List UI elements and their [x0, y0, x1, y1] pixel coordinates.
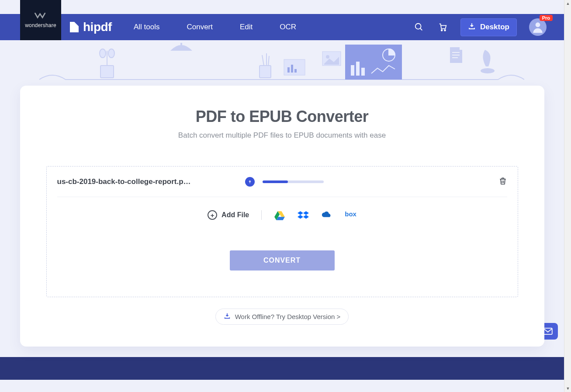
svg-rect-9: [180, 43, 182, 45]
svg-line-13: [268, 56, 269, 66]
desktop-label: Desktop: [480, 23, 509, 31]
svg-point-0: [415, 24, 421, 29]
svg-point-4: [536, 22, 540, 27]
onedrive-icon[interactable]: [321, 210, 332, 220]
wondershare-glyph-icon: [35, 12, 47, 20]
nav-ocr[interactable]: OCR: [280, 23, 296, 31]
dropzone[interactable]: us-cb-2019-back-to-college-report.p… + A…: [46, 166, 518, 297]
svg-point-8: [108, 49, 114, 58]
svg-rect-15: [287, 67, 290, 73]
svg-rect-23: [356, 62, 359, 75]
google-drive-icon[interactable]: [274, 210, 285, 220]
search-icon[interactable]: [413, 21, 425, 33]
page-title: PDF to EPUB Converter: [46, 108, 518, 126]
svg-rect-40: [543, 328, 552, 334]
wondershare-logo-box[interactable]: wondershare: [20, 0, 61, 40]
file-row: us-cb-2019-back-to-college-report.p…: [57, 167, 507, 197]
plus-circle-icon: +: [208, 210, 217, 220]
main-nav: All tools Convert Edit OCR: [134, 23, 296, 31]
svg-line-1: [420, 28, 422, 31]
upload-progress-fill: [263, 180, 288, 183]
source-row: + Add File box: [57, 210, 507, 220]
svg-rect-24: [362, 68, 364, 75]
svg-point-19: [326, 55, 329, 59]
svg-rect-5: [100, 66, 114, 78]
nav-all-tools[interactable]: All tools: [134, 23, 160, 31]
wondershare-text: wondershare: [25, 22, 56, 28]
svg-marker-36: [298, 211, 303, 215]
hero-decoration: [0, 40, 564, 84]
offline-label: Work Offline? Try Desktop Version >: [235, 313, 341, 320]
svg-rect-10: [260, 66, 271, 78]
svg-rect-16: [291, 65, 293, 73]
box-icon[interactable]: box: [345, 210, 356, 220]
upload-indicator: [245, 177, 324, 187]
svg-point-7: [100, 49, 106, 58]
svg-marker-38: [298, 215, 303, 219]
file-name: us-cb-2019-back-to-college-report.p…: [57, 177, 223, 186]
svg-rect-14: [284, 59, 305, 75]
convert-button[interactable]: CONVERT: [230, 250, 335, 271]
dropbox-icon[interactable]: [298, 210, 309, 220]
page-subtitle: Batch convert multiple PDF files to EPUB…: [46, 131, 518, 140]
svg-line-11: [262, 55, 264, 66]
pro-badge: Pro: [540, 15, 553, 21]
nav-edit[interactable]: Edit: [240, 23, 253, 31]
svg-rect-22: [351, 66, 354, 75]
svg-marker-39: [303, 215, 309, 219]
main-header: hipdf All tools Convert Edit OCR Desktop…: [0, 14, 564, 40]
avatar-icon: [529, 18, 547, 36]
upload-arrow-icon: [245, 177, 255, 187]
download-icon: [468, 22, 476, 32]
upload-progress: [263, 180, 324, 183]
nav-convert[interactable]: Convert: [187, 23, 213, 31]
svg-rect-26: [460, 47, 462, 50]
footer-band: [0, 357, 564, 380]
converter-card: PDF to EPUB Converter Batch convert mult…: [20, 86, 544, 347]
add-file-label: Add File: [221, 211, 249, 219]
desktop-button[interactable]: Desktop: [460, 18, 517, 36]
svg-marker-37: [303, 211, 309, 215]
svg-rect-17: [294, 69, 297, 73]
hipdf-text: hipdf: [83, 20, 112, 34]
svg-point-2: [441, 30, 443, 31]
svg-point-30: [481, 68, 495, 73]
download-icon: [224, 312, 231, 321]
cart-icon[interactable]: [437, 21, 448, 33]
svg-point-3: [444, 30, 446, 31]
account-avatar[interactable]: Pro: [529, 18, 547, 36]
hipdf-logo[interactable]: hipdf: [70, 20, 112, 34]
delete-file-button[interactable]: [498, 176, 507, 187]
offline-desktop-link[interactable]: Work Offline? Try Desktop Version >: [215, 309, 349, 325]
divider: [261, 210, 262, 220]
add-file-button[interactable]: + Add File: [208, 210, 249, 220]
hipdf-mark-icon: [70, 22, 79, 32]
